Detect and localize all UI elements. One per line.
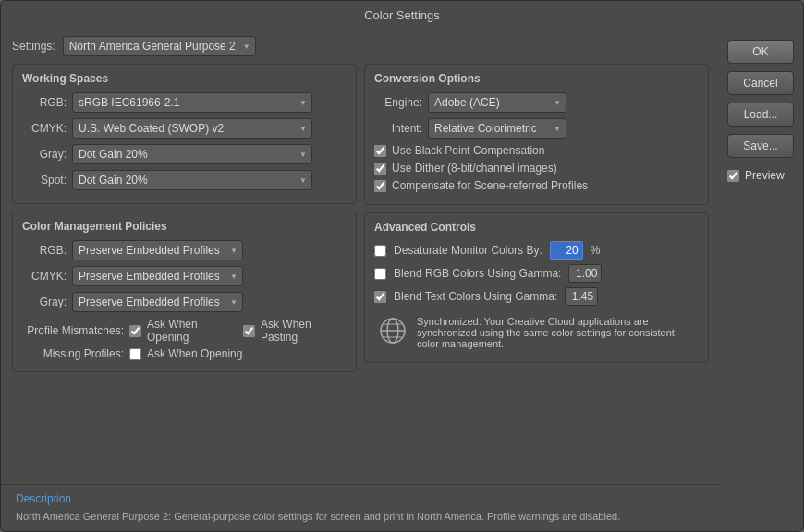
description-section: Description North America General Purpos…: [1, 484, 720, 532]
conversion-options-section: Conversion Options Engine: Adobe (ACE) I…: [364, 64, 709, 205]
black-point-row: Use Black Point Compensation: [374, 144, 699, 157]
description-text: North America General Purpose 2: General…: [16, 509, 705, 525]
missing-ask-opening-label: Ask When Opening: [147, 347, 242, 360]
cmyk-select-wrapper: U.S. Web Coated (SWOP) v2: [72, 118, 312, 139]
blend-text-label: Blend Text Colors Using Gamma:: [394, 290, 557, 303]
cmyk-select[interactable]: U.S. Web Coated (SWOP) v2: [72, 118, 312, 139]
scene-referred-checkbox[interactable]: [374, 180, 386, 192]
load-button[interactable]: Load...: [727, 103, 794, 127]
advanced-controls-section: Advanced Controls Desaturate Monitor Col…: [364, 212, 709, 363]
settings-row: Settings: North America General Purpose …: [1, 30, 720, 60]
black-point-label: Use Black Point Compensation: [392, 144, 544, 157]
gray-select[interactable]: Dot Gain 20%: [72, 144, 312, 164]
cm-rgb-label: RGB:: [22, 244, 67, 257]
dither-label: Use Dither (8-bit/channel images): [392, 162, 557, 175]
ask-when-pasting-label: Ask When Pasting: [261, 318, 347, 344]
sync-box: Synchronized: Your Creative Cloud applic…: [374, 310, 699, 355]
cmyk-label: CMYK:: [22, 122, 67, 135]
intent-row: Intent: Relative Colorimetric: [374, 118, 699, 139]
engine-select-wrapper: Adobe (ACE): [428, 92, 566, 113]
color-management-title: Color Management Policies: [22, 220, 347, 233]
gray-label: Gray:: [22, 148, 67, 161]
ask-when-opening-mismatch-checkbox[interactable]: [129, 325, 141, 337]
blend-rgb-input[interactable]: [568, 264, 602, 283]
rgb-select-wrapper: sRGB IEC61966-2.1: [72, 92, 312, 113]
cm-gray-select-wrapper: Preserve Embedded Profiles: [72, 292, 243, 312]
blend-text-checkbox[interactable]: [374, 291, 386, 303]
blend-text-row: Blend Text Colors Using Gamma:: [374, 287, 699, 306]
advanced-controls-title: Advanced Controls: [374, 221, 699, 234]
rgb-select[interactable]: sRGB IEC61966-2.1: [72, 92, 312, 113]
blend-rgb-row: Blend RGB Colors Using Gamma:: [374, 264, 699, 283]
rgb-label: RGB:: [22, 96, 67, 109]
settings-select-wrapper: North America General Purpose 2: [63, 36, 256, 56]
scene-referred-label: Compensate for Scene-referred Profiles: [392, 179, 588, 192]
panels-row: Working Spaces RGB: sRGB IEC61966-2.1 CM…: [1, 60, 720, 484]
preview-row: Preview: [727, 169, 796, 182]
working-spaces-section: Working Spaces RGB: sRGB IEC61966-2.1 CM…: [12, 64, 357, 204]
left-panel: Settings: North America General Purpose …: [1, 30, 720, 531]
blend-rgb-label: Blend RGB Colors Using Gamma:: [394, 267, 561, 280]
conversion-options-title: Conversion Options: [374, 72, 699, 85]
dither-checkbox[interactable]: [374, 163, 386, 175]
main-content: Settings: North America General Purpose …: [1, 30, 803, 531]
cancel-button[interactable]: Cancel: [727, 71, 794, 95]
right-sections: Conversion Options Engine: Adobe (ACE) I…: [360, 60, 713, 484]
cm-rgb-select-wrapper: Preserve Embedded Profiles: [72, 240, 243, 260]
cm-gray-label: Gray:: [22, 296, 67, 308]
desaturate-unit: %: [591, 244, 601, 257]
dither-row: Use Dither (8-bit/channel images): [374, 162, 699, 175]
spot-label: Spot:: [22, 174, 67, 187]
dialog-title: Color Settings: [1, 1, 803, 30]
rgb-row: RGB: sRGB IEC61966-2.1: [22, 92, 347, 113]
right-buttons-panel: OK Cancel Load... Save... Preview: [720, 30, 803, 531]
profile-mismatches-label: Profile Mismatches:: [22, 324, 124, 337]
cm-gray-select[interactable]: Preserve Embedded Profiles: [72, 292, 243, 312]
ask-when-opening-mismatch-label: Ask When Opening: [147, 318, 238, 344]
scene-referred-row: Compensate for Scene-referred Profiles: [374, 179, 699, 192]
color-settings-dialog: Color Settings Settings: North America G…: [0, 0, 804, 532]
desaturate-row: Desaturate Monitor Colors By: %: [374, 241, 699, 260]
missing-profiles-label: Missing Profiles:: [22, 347, 124, 360]
blend-rgb-checkbox[interactable]: [374, 268, 386, 280]
engine-select[interactable]: Adobe (ACE): [428, 92, 566, 113]
cm-cmyk-select-wrapper: Preserve Embedded Profiles: [72, 266, 243, 286]
missing-profiles-row: Missing Profiles: Ask When Opening: [22, 347, 347, 360]
save-button[interactable]: Save...: [727, 134, 794, 158]
missing-ask-opening-checkbox[interactable]: [129, 348, 141, 360]
cmyk-row: CMYK: U.S. Web Coated (SWOP) v2: [22, 118, 347, 139]
profile-mismatches-row: Profile Mismatches: Ask When Opening Ask…: [22, 318, 347, 344]
spot-select-wrapper: Dot Gain 20%: [72, 170, 312, 190]
spot-select[interactable]: Dot Gain 20%: [72, 170, 312, 190]
desaturate-label: Desaturate Monitor Colors By:: [394, 244, 542, 257]
intent-select[interactable]: Relative Colorimetric: [428, 118, 566, 139]
cm-rgb-select[interactable]: Preserve Embedded Profiles: [72, 240, 243, 260]
sync-message: Synchronized: Your Creative Cloud applic…: [417, 316, 695, 349]
gray-select-wrapper: Dot Gain 20%: [72, 144, 312, 164]
cm-rgb-row: RGB: Preserve Embedded Profiles: [22, 240, 347, 260]
left-sections: Working Spaces RGB: sRGB IEC61966-2.1 CM…: [8, 60, 360, 484]
black-point-checkbox[interactable]: [374, 145, 386, 157]
cm-cmyk-label: CMYK:: [22, 270, 67, 283]
preview-label: Preview: [745, 169, 785, 182]
intent-select-wrapper: Relative Colorimetric: [428, 118, 566, 139]
settings-select[interactable]: North America General Purpose 2: [63, 36, 256, 56]
cm-cmyk-row: CMYK: Preserve Embedded Profiles: [22, 266, 347, 286]
globe-icon: [378, 316, 408, 345]
gray-row: Gray: Dot Gain 20%: [22, 144, 347, 164]
preview-checkbox[interactable]: [727, 170, 739, 182]
cm-cmyk-select[interactable]: Preserve Embedded Profiles: [72, 266, 243, 286]
ok-button[interactable]: OK: [727, 40, 794, 64]
settings-label: Settings:: [12, 40, 55, 53]
color-management-section: Color Management Policies RGB: Preserve …: [12, 212, 357, 372]
working-spaces-title: Working Spaces: [22, 72, 347, 85]
desaturate-checkbox[interactable]: [374, 245, 386, 257]
blend-text-input[interactable]: [565, 287, 598, 306]
ask-when-pasting-checkbox[interactable]: [243, 325, 255, 337]
spot-row: Spot: Dot Gain 20%: [22, 170, 347, 190]
desaturate-input[interactable]: [550, 241, 583, 260]
cm-gray-row: Gray: Preserve Embedded Profiles: [22, 292, 347, 312]
description-title: Description: [16, 492, 705, 505]
intent-label: Intent:: [374, 122, 422, 135]
engine-label: Engine:: [374, 96, 422, 109]
